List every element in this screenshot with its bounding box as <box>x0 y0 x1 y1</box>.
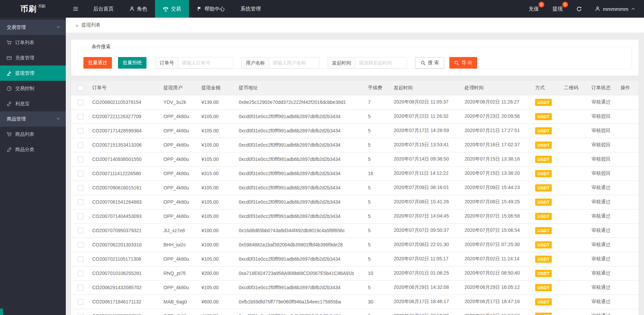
card-icon <box>6 55 12 61</box>
sidebar-collapse-button[interactable] <box>66 0 85 18</box>
row-checkbox[interactable] <box>78 256 83 262</box>
sidebar-item-label: 商品列表 <box>15 131 34 137</box>
sidebar-group-0[interactable]: 交易管理 <box>0 20 66 35</box>
method-badge: USDT <box>535 256 552 263</box>
sidebar-group-1[interactable]: 商品管理 <box>0 111 66 127</box>
cell-status: 审核驳回 <box>591 124 621 138</box>
chevron-down-icon <box>56 25 60 29</box>
cell-fee: 5 <box>368 109 394 124</box>
start-time-input[interactable] <box>355 57 407 69</box>
brand-logo[interactable]: 币刷 币刷 <box>0 0 66 18</box>
gavel-icon <box>6 71 12 76</box>
cell-processed-time: 2020年07月23日 20:09:56 <box>465 109 535 124</box>
row-checkbox[interactable] <box>78 299 83 305</box>
top-nav-item-1[interactable]: 角色 <box>121 0 155 18</box>
method-badge: USDT <box>535 170 552 177</box>
user-name-input[interactable] <box>269 57 319 69</box>
sidebar-scrollbar-thumb[interactable] <box>0 309 3 315</box>
cell-method: USDT <box>535 252 564 266</box>
row-checkbox[interactable] <box>78 156 83 162</box>
cell-withdraw-user: OPP_4k80u <box>163 109 201 124</box>
cell-order-no: CO2007090816015161 <box>92 181 163 195</box>
batch-approve-button[interactable]: 批量通过 <box>83 57 112 69</box>
sidebar-item-订单列表[interactable]: 订单列表 <box>0 35 66 50</box>
row-checkbox[interactable] <box>78 271 83 276</box>
cell-fee: 5 <box>368 280 394 295</box>
row-checkbox[interactable] <box>78 99 83 105</box>
cell-order-no: CO2007171428599364 <box>92 124 163 138</box>
row-checkbox[interactable] <box>78 242 83 248</box>
row-checkbox[interactable] <box>78 114 83 119</box>
cell-fee: 5 <box>368 152 394 166</box>
cell-status: 审核通过 <box>591 266 621 280</box>
sidebar-group-label: 交易管理 <box>7 24 26 31</box>
refresh-button[interactable] <box>569 0 589 18</box>
column-header: 方式 <box>535 81 564 95</box>
cell-initiated-time: 2020年07月02日 11:05:17 <box>394 252 465 266</box>
top-nav-item-0[interactable]: 后台首页 <box>85 0 121 18</box>
cell-order-no: CO2008021105378154 <box>92 95 163 109</box>
row-checkbox[interactable] <box>78 313 83 315</box>
top-nav-badge-item-label: 提现 <box>552 6 563 12</box>
select-all-checkbox[interactable] <box>78 85 83 91</box>
top-nav-item-4[interactable]: 系统管理 <box>233 0 269 18</box>
refresh-icon <box>576 6 582 12</box>
sidebar-item-利息宝[interactable]: 利息宝 <box>0 96 66 111</box>
row-checkbox[interactable] <box>78 199 83 205</box>
cell-method: USDT <box>535 95 564 109</box>
method-badge: USDT <box>535 142 552 149</box>
method-badge: USDT <box>535 99 552 106</box>
cell-processed-time: 2020年07月07日 07:25:30 <box>465 238 535 252</box>
row-checkbox[interactable] <box>78 171 83 177</box>
table-row: CO2007171428599364OPP_4k80u¥105.000xcd0f… <box>71 124 639 138</box>
top-nav-item-2[interactable]: 交易 <box>155 0 189 18</box>
batch-reject-button[interactable]: 批量拒绝 <box>118 57 147 69</box>
cell-withdraw-user: OPP_4k80u <box>163 181 201 195</box>
cell-status: 审核通过 <box>591 95 621 109</box>
cell-method: USDT <box>535 223 564 238</box>
sidebar-item-label: 提现管理 <box>15 70 34 76</box>
cell-fee: 16 <box>368 166 394 181</box>
gauge-icon <box>6 86 12 91</box>
order-no-input[interactable] <box>178 57 233 69</box>
cell-address: 0xcd0f31e0cc2f0fff991adb6b2897dbfb2d2b34… <box>239 195 368 209</box>
cell-order-no: CO2007010106255281 <box>92 266 163 280</box>
table-row: CO2007071404453093OPP_4k80u¥105.000xcd0f… <box>71 209 639 223</box>
cell-status: 审核驳回 <box>591 109 621 124</box>
cell-method: USDT <box>535 238 564 252</box>
cell-status: 审核驳回 <box>591 152 621 166</box>
cell-actions <box>621 124 639 138</box>
cell-amount: ¥105.00 <box>201 138 239 152</box>
cell-amount: ¥105.00 <box>201 109 239 124</box>
top-nav-badge-item-1[interactable]: 提现0 <box>546 0 569 18</box>
row-checkbox[interactable] <box>78 228 83 234</box>
cell-actions <box>621 195 639 209</box>
top-nav-badge-item-0[interactable]: 充值0 <box>522 0 546 18</box>
cell-fee: 5 <box>368 209 394 223</box>
sidebar-item-商品分类[interactable]: 商品分类 <box>0 142 66 157</box>
column-header: 发起时间 <box>394 81 465 95</box>
sidebar-item-提现管理[interactable]: 提现管理 <box>0 66 66 81</box>
cell-method: USDT <box>535 266 564 280</box>
cell-processed-time: 2020年07月16日 17:02:37 <box>465 138 535 152</box>
row-checkbox[interactable] <box>78 185 83 191</box>
search-button[interactable]: 搜 索 <box>415 57 444 69</box>
sidebar-item-充值管理[interactable]: 充值管理 <box>0 50 66 66</box>
user-menu[interactable]: mmmmmm <box>589 0 644 18</box>
cell-actions <box>621 238 639 252</box>
top-nav-item-3[interactable]: 帮助中心 <box>189 0 233 18</box>
sidebar-item-商品列表[interactable]: 商品列表 <box>0 127 66 142</box>
row-checkbox[interactable] <box>78 128 83 134</box>
cell-address: 0xcd0f31e0cc2f0fff991adb6b2897dbfb2d2b34… <box>239 152 368 166</box>
cell-address: 0xfb1b59dfd75ff779e060ff946a1b4eec175855… <box>239 295 368 309</box>
method-badge: USDT <box>535 270 552 277</box>
cell-actions <box>621 295 639 309</box>
cell-initiated-time: 2020年07月22日 11:26:32 <box>394 109 465 124</box>
cell-withdraw-user: OPP_4k80u <box>163 166 201 181</box>
sidebar-item-交易控制[interactable]: 交易控制 <box>0 81 66 96</box>
export-button[interactable]: 导 出 <box>449 57 477 69</box>
column-header: 手续费 <box>368 81 394 95</box>
row-checkbox[interactable] <box>78 142 83 148</box>
row-checkbox[interactable] <box>78 214 83 219</box>
row-checkbox[interactable] <box>78 285 83 291</box>
